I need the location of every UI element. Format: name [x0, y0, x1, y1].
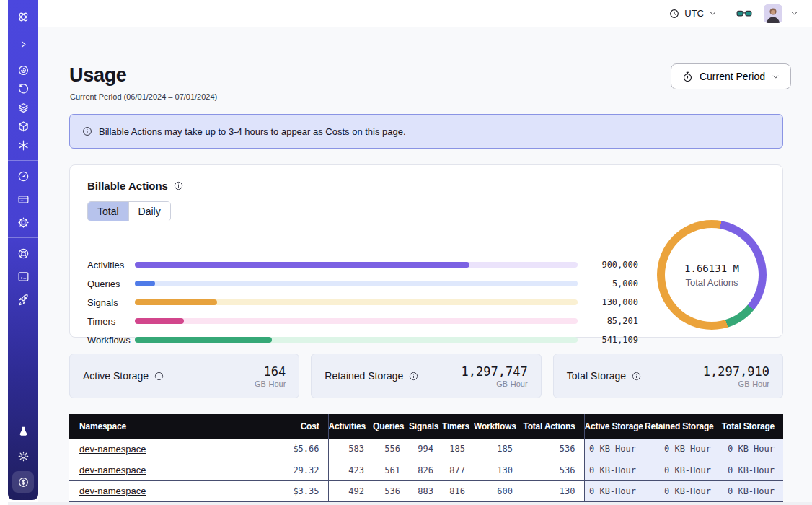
- nexus-asterisk-icon[interactable]: [8, 136, 38, 154]
- tab-total[interactable]: Total: [88, 202, 129, 221]
- bar-fill: [135, 262, 469, 268]
- timezone-selector[interactable]: UTC: [668, 8, 718, 19]
- bar-track: [135, 262, 578, 268]
- storage-card-value: 164: [255, 364, 286, 379]
- temporal-logo-icon[interactable]: [8, 7, 38, 26]
- storage-card-retained-storage: Retained Storage1,297,747GB-Hour: [311, 354, 541, 398]
- column-header-workflows: Workflows: [474, 414, 521, 439]
- labs-flask-icon[interactable]: [8, 422, 38, 441]
- info-banner: Billable Actions may take up to 3-4 hour…: [69, 114, 783, 149]
- bar-label: Workflows: [87, 335, 135, 346]
- info-icon[interactable]: [408, 371, 419, 382]
- docs-terminal-icon[interactable]: [8, 267, 38, 286]
- bar-row-timers: Timers85,201: [87, 315, 638, 327]
- usage-gauge-icon[interactable]: [8, 167, 38, 185]
- bar-track: [135, 281, 578, 286]
- bar-fill: [135, 318, 184, 324]
- bar-track: [135, 318, 578, 324]
- bar-row-signals: Signals130,000: [87, 297, 638, 308]
- bar-value: 5,000: [578, 278, 638, 289]
- storage-card-unit: GB-Hour: [255, 379, 286, 388]
- theme-sun-icon[interactable]: [8, 447, 38, 465]
- table-cell: 556: [373, 439, 409, 460]
- billable-actions-card: Billable Actions TotalDaily Activities90…: [69, 164, 783, 338]
- info-icon[interactable]: [154, 371, 164, 382]
- table-cell: 583: [328, 439, 373, 460]
- cube-icon[interactable]: [8, 117, 38, 136]
- goggles-icon[interactable]: [736, 8, 752, 19]
- donut-total-label: Total Actions: [686, 277, 738, 288]
- total-actions-donut-chart: 1.66131 M Total Actions: [657, 220, 767, 330]
- table-cell: 423: [328, 460, 373, 480]
- bar-value: 900,000: [578, 260, 638, 270]
- stopwatch-icon: [681, 71, 694, 83]
- table-cell: 0 KB-Hour: [645, 480, 720, 501]
- bar-fill: [135, 337, 272, 343]
- table-cell: 0 KB-Hour: [720, 439, 783, 460]
- period-select-button[interactable]: Current Period: [671, 63, 791, 89]
- table-cell: 0 KB-Hour: [645, 439, 720, 460]
- storage-card-value: 1,297,910: [703, 364, 769, 379]
- layers-icon[interactable]: [8, 98, 38, 117]
- storage-summary-row: Active Storage164GB-HourRetained Storage…: [69, 354, 783, 398]
- table-row: dev-namespace$3.354925368838166001300 KB…: [69, 480, 783, 501]
- bar-track: [135, 299, 578, 305]
- settings-gear-icon[interactable]: [8, 213, 38, 232]
- table-cell: 185: [474, 439, 521, 460]
- bar-value: 85,201: [578, 316, 638, 326]
- chevron-down-icon: [771, 72, 780, 82]
- timezone-label: UTC: [684, 8, 704, 19]
- user-avatar[interactable]: [764, 4, 782, 23]
- usage-page: UTC Usage Current Period (06/01/2024 – 0…: [0, 0, 812, 505]
- storage-card-label: Active Storage: [83, 370, 149, 382]
- info-icon[interactable]: [631, 371, 642, 382]
- billing-card-icon[interactable]: [8, 190, 38, 208]
- table-cell: 0 KB-Hour: [720, 460, 783, 480]
- account-menu-chevron-icon[interactable]: [790, 9, 799, 18]
- history-clock-icon[interactable]: [8, 79, 38, 98]
- getting-started-rocket-icon[interactable]: [8, 290, 38, 309]
- namespace-link[interactable]: dev-namespace: [79, 444, 146, 454]
- bar-value: 541,109: [578, 335, 638, 345]
- storage-card-total-storage: Total Storage1,297,910GB-Hour: [553, 354, 783, 398]
- info-icon: [81, 126, 93, 137]
- table-cell: 0 KB-Hour: [584, 439, 645, 460]
- bar-row-queries: Queries5,000: [87, 278, 638, 289]
- top-header: UTC: [38, 0, 812, 27]
- collapse-chevron-icon[interactable]: [8, 35, 38, 53]
- namespace-link[interactable]: dev-namespace: [79, 486, 146, 496]
- pricing-coin-icon[interactable]: [12, 471, 34, 493]
- window-bottom-edge: [8, 502, 812, 505]
- column-header-namespace: Namespace: [69, 414, 264, 439]
- bar-fill: [135, 281, 155, 286]
- table-cell: 536: [521, 439, 584, 460]
- table-cell: 826: [409, 460, 442, 480]
- sidebar-divider: [8, 160, 38, 161]
- namespace-link[interactable]: dev-namespace: [79, 465, 146, 475]
- table-cell: $3.35: [264, 480, 328, 501]
- tab-daily[interactable]: Daily: [129, 202, 170, 221]
- table-row: dev-namespace$5.665835569941851855360 KB…: [69, 439, 783, 460]
- info-icon[interactable]: [173, 180, 184, 191]
- chevron-down-icon: [708, 9, 718, 18]
- table-cell: 0 KB-Hour: [645, 460, 720, 480]
- table-cell: 0 KB-Hour: [720, 480, 783, 501]
- sidebar: [8, 0, 38, 500]
- billable-actions-title-text: Billable Actions: [87, 180, 168, 192]
- namespaces-swirl-icon[interactable]: [8, 61, 38, 79]
- support-lifebuoy-icon[interactable]: [8, 244, 38, 263]
- storage-card-label: Retained Storage: [325, 370, 403, 382]
- table-cell: 0 KB-Hour: [584, 460, 645, 480]
- storage-card-label: Total Storage: [567, 370, 627, 382]
- table-cell: 0 KB-Hour: [584, 480, 645, 501]
- column-header-cost: Cost: [264, 414, 328, 439]
- table-cell: $5.66: [264, 439, 328, 460]
- banner-text: Billable Actions may take up to 3-4 hour…: [99, 126, 406, 137]
- table-cell: 994: [409, 439, 442, 460]
- table-cell: 130: [474, 460, 521, 480]
- table-cell: 883: [409, 480, 442, 501]
- main-content: Usage Current Period (06/01/2024 – 07/01…: [38, 27, 812, 505]
- page-title: Usage: [69, 64, 127, 87]
- column-header-active-storage: Active Storage: [584, 414, 645, 439]
- clock-icon: [668, 8, 680, 19]
